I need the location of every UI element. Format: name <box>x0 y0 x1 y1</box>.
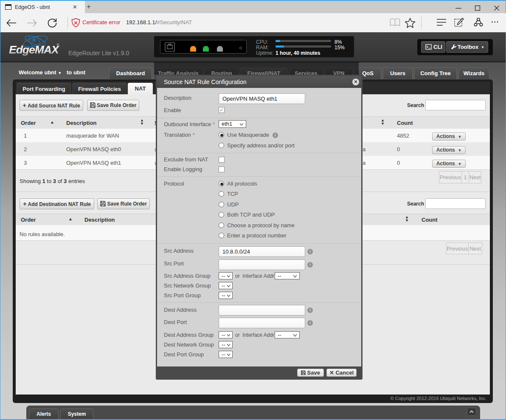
svg-text:EdgeMAX: EdgeMAX <box>9 43 59 56</box>
svg-text:®: ® <box>56 43 59 47</box>
